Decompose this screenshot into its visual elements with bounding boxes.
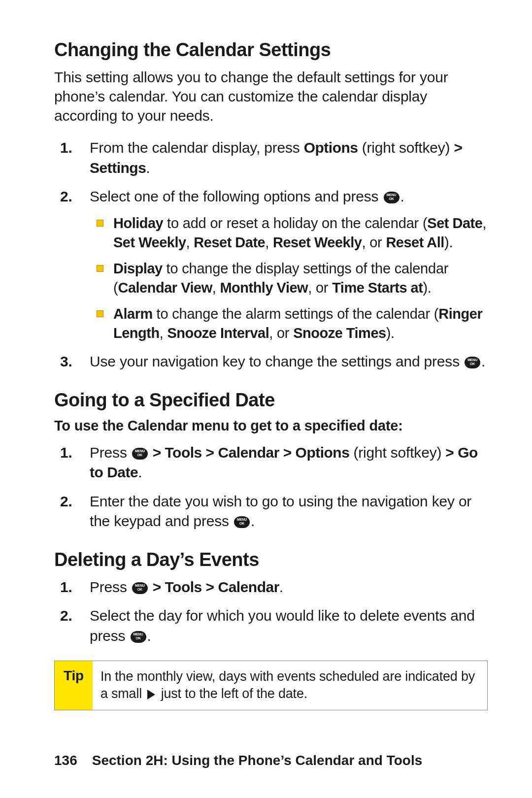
text: . (138, 464, 142, 480)
step-item: From the calendar display, press Options… (84, 138, 488, 178)
bold-text: Holiday (113, 215, 163, 231)
text: just to the left of the date. (157, 686, 307, 701)
bold-text: Snooze Interval (167, 325, 269, 341)
text: Enter the date you wish to go to using t… (90, 493, 471, 530)
subheading: To use the Calendar menu to get to a spe… (54, 418, 488, 434)
bold-text: Alarm (113, 306, 153, 322)
text: . (279, 579, 283, 595)
text: . (147, 628, 151, 644)
text: (right softkey) (349, 444, 445, 461)
text: . (481, 353, 485, 369)
text: Press (90, 444, 131, 461)
text: , or (362, 234, 386, 250)
heading-deleting-day-events: Deleting a Day’s Events (54, 549, 488, 570)
steps-list: Press > Tools > Calendar. Select the day… (54, 577, 488, 646)
text: , or (269, 325, 293, 341)
menu-ok-icon (131, 631, 146, 643)
step-item: Use your navigation key to change the se… (84, 352, 488, 372)
bold-text: Reset Date (194, 234, 265, 250)
tip-body: In the monthly view, days with events sc… (93, 661, 487, 709)
heading-going-to-specified-date: Going to a Specified Date (54, 390, 488, 411)
bold-text: Time Starts at (332, 280, 423, 296)
tip-label: Tip (55, 661, 93, 709)
text: ). (423, 280, 431, 296)
section-deleting-day-events: Deleting a Day’s Events Press > Tools > … (54, 549, 488, 710)
text: Use your navigation key to change the se… (90, 353, 464, 369)
text: , (265, 234, 273, 250)
bullet-item: Display to change the display settings o… (111, 259, 488, 298)
text: , (482, 215, 486, 231)
steps-list: Press > Tools > Calendar > Options (righ… (54, 443, 488, 532)
text: (right softkey) (358, 139, 454, 156)
bold-text: Display (113, 261, 163, 276)
bold-text: Reset All (386, 234, 444, 250)
sub-bullet-list: Holiday to add or reset a holiday on the… (90, 214, 488, 343)
menu-ok-icon (234, 516, 250, 528)
intro-paragraph: This setting allows you to change the de… (54, 67, 488, 125)
text: Press (90, 579, 131, 595)
tip-box: Tip In the monthly view, days with event… (54, 661, 488, 710)
bullet-item: Holiday to add or reset a holiday on the… (111, 214, 488, 252)
page-footer: 136Section 2H: Using the Phone’s Calenda… (54, 753, 422, 768)
step-item: Enter the date you wish to go to using t… (84, 492, 488, 532)
bullet-item: Alarm to change the alarm settings of th… (111, 304, 488, 343)
section-label: Section 2H: Using the Phone’s Calendar a… (92, 753, 423, 768)
text: . (251, 513, 255, 529)
text: . (400, 188, 404, 204)
text: From the calendar display, press (90, 139, 304, 156)
step-item: Select the day for which you would like … (84, 606, 488, 646)
triangle-right-icon (147, 690, 155, 699)
text: to change the alarm settings of the cale… (153, 306, 439, 322)
text: to add or reset a holiday on the calenda… (163, 215, 427, 231)
menu-ok-icon (384, 192, 399, 203)
bold-text: Snooze Times (293, 325, 386, 341)
text: , or (308, 280, 332, 296)
text: ). (444, 234, 453, 250)
text: . (146, 160, 150, 176)
bold-text: Monthly View (220, 280, 308, 296)
text: , (160, 325, 167, 341)
step-item: Select one of the following options and … (84, 187, 488, 343)
heading-changing-calendar-settings: Changing the Calendar Settings (54, 39, 488, 61)
bold-text: Set Weekly (113, 234, 186, 250)
section-going-to-date: Going to a Specified Date To use the Cal… (54, 390, 488, 532)
steps-list: From the calendar display, press Options… (54, 138, 488, 372)
menu-ok-icon (132, 448, 148, 460)
menu-ok-icon (465, 357, 480, 368)
step-item: Press > Tools > Calendar. (84, 577, 488, 598)
page-number: 136 (54, 753, 77, 768)
step-item: Press > Tools > Calendar > Options (righ… (84, 443, 488, 483)
bold-text: Set Date (427, 215, 482, 231)
bold-text: Calendar View (118, 280, 212, 296)
bold-text: Reset Weekly (273, 234, 362, 250)
menu-ok-icon (132, 582, 148, 594)
text: ). (386, 325, 395, 341)
bold-text: Options (304, 139, 358, 156)
bold-text: > Tools > Calendar > Options (149, 444, 350, 461)
text: , (212, 280, 220, 296)
text: , (186, 234, 194, 250)
bold-text: > Tools > Calendar (149, 579, 279, 595)
text: Select one of the following options and … (90, 188, 383, 204)
manual-page: Changing the Calendar Settings This sett… (0, 0, 532, 710)
